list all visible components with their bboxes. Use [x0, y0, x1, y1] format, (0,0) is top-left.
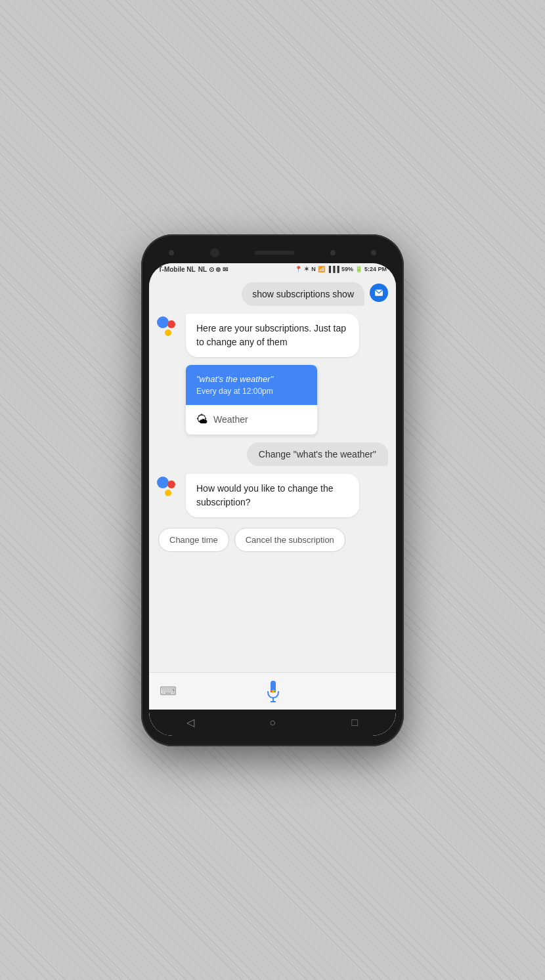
nav-bar: ◁ ○ □ — [149, 710, 396, 736]
user-message-1-row: show subscriptions show — [157, 282, 388, 306]
google-assistant-logo-2 — [157, 477, 181, 500]
logo2-circle-yellow — [165, 490, 171, 496]
assistant-message-1-text: Here are your subscriptions. Just tap to… — [196, 323, 346, 347]
status-left: T-Mobile NL NL ⊙ ⊚ ✉ — [158, 266, 228, 273]
mic-button[interactable] — [263, 678, 284, 704]
location-icon: 📍 — [295, 266, 302, 272]
battery-icon: 🔋 — [355, 266, 362, 272]
phone-top-bar — [149, 242, 396, 263]
cancel-subscription-button[interactable]: Cancel the subscription — [234, 528, 345, 552]
nfc-icon: N — [311, 266, 316, 272]
speaker-bar — [255, 251, 294, 255]
svg-rect-4 — [271, 690, 276, 692]
mic-svg — [265, 679, 281, 703]
user-message-1-text: show subscriptions show — [252, 289, 354, 299]
action-buttons-row: Change time Cancel the subscription — [157, 525, 388, 555]
assistant-bubble-2: How would you like to change the subscri… — [186, 474, 359, 517]
keyboard-icon[interactable]: ⌨ — [160, 684, 177, 698]
carrier-icons: NL ⊙ ⊚ ✉ — [198, 266, 228, 273]
subscription-label: Weather — [213, 414, 248, 425]
assistant-bubble-1: Here are your subscriptions. Just tap to… — [186, 314, 359, 357]
subscription-schedule: Every day at 12:00pm — [196, 387, 307, 396]
wifi-icon: 📶 — [318, 266, 325, 272]
assistant-message-2-row: How would you like to change the subscri… — [157, 474, 388, 517]
bottom-input-bar: ⌨ — [149, 672, 396, 710]
front-camera-dot — [169, 250, 174, 255]
user-avatar-icon — [374, 288, 384, 298]
time-label: 5:24 PM — [364, 266, 387, 272]
user-message-2-row: Change "what's the weather" — [157, 442, 388, 466]
battery-label: 59% — [341, 266, 353, 272]
user-bubble-2: Change "what's the weather" — [247, 442, 388, 466]
signal-icon: ▐▐▐ — [327, 266, 339, 272]
logo-circle-yellow — [165, 330, 171, 336]
sensor-dot-2 — [371, 250, 376, 255]
change-time-button[interactable]: Change time — [158, 528, 229, 552]
chat-area: show subscriptions show Here are — [149, 276, 396, 672]
subscription-card[interactable]: "what's the weather" Every day at 12:00p… — [186, 365, 317, 435]
assistant-message-1-row: Here are your subscriptions. Just tap to… — [157, 314, 388, 357]
bluetooth-icon: ✶ — [304, 266, 309, 272]
logo-circle-red — [167, 320, 175, 328]
phone-device: T-Mobile NL NL ⊙ ⊚ ✉ 📍 ✶ N 📶 ▐▐▐ 59% 🔋 5… — [141, 234, 404, 746]
subscription-card-body: 🌤 Weather — [186, 405, 317, 435]
carrier-label: T-Mobile NL — [158, 266, 196, 273]
user-bubble-1: show subscriptions show — [242, 282, 364, 306]
subscription-card-header: "what's the weather" Every day at 12:00p… — [186, 365, 317, 405]
user-message-2-text: Change "what's the weather" — [259, 449, 376, 459]
logo2-circle-red — [167, 480, 175, 488]
status-bar: T-Mobile NL NL ⊙ ⊚ ✉ 📍 ✶ N 📶 ▐▐▐ 59% 🔋 5… — [149, 263, 396, 276]
logo-circle-blue — [157, 316, 169, 328]
logo2-circle-blue — [157, 477, 169, 488]
home-button[interactable]: ○ — [263, 713, 282, 733]
status-right: 📍 ✶ N 📶 ▐▐▐ 59% 🔋 5:24 PM — [295, 266, 387, 272]
recents-button[interactable]: □ — [345, 713, 364, 733]
sensor-dot — [330, 250, 336, 255]
phone-screen: T-Mobile NL NL ⊙ ⊚ ✉ 📍 ✶ N 📶 ▐▐▐ 59% 🔋 5… — [149, 263, 396, 736]
user-avatar — [370, 284, 388, 302]
assistant-message-2-text: How would you like to change the subscri… — [196, 483, 334, 507]
weather-icon: 🌤 — [196, 413, 208, 427]
ear-speaker-dot — [210, 248, 219, 257]
subscription-query: "what's the weather" — [196, 374, 307, 384]
back-button[interactable]: ◁ — [181, 713, 200, 733]
google-assistant-logo — [157, 316, 181, 340]
